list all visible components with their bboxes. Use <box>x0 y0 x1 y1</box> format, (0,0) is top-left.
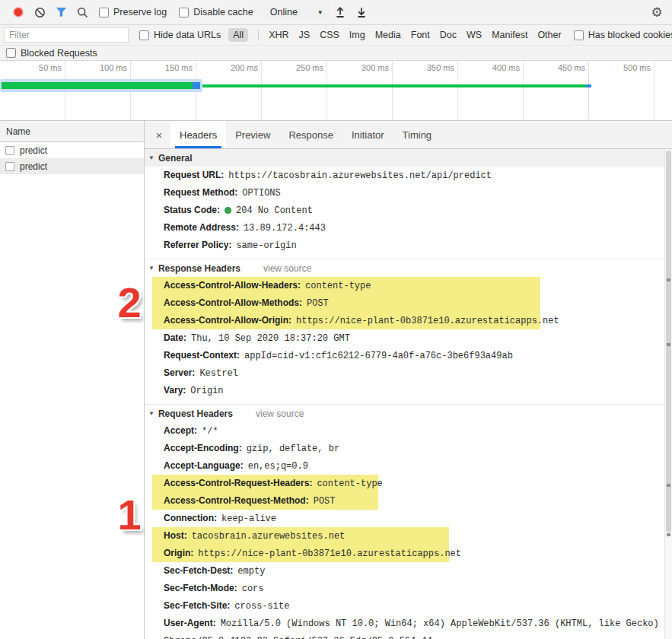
header-value: content-type <box>317 478 382 489</box>
has-blocked-cookies-checkbox[interactable]: Has blocked cookies <box>574 30 672 40</box>
section-header[interactable]: ▼Response Headersview source <box>145 259 664 277</box>
blocked-requests-label: Blocked Requests <box>21 48 97 59</box>
request-row-predict[interactable]: predict <box>0 158 144 174</box>
resource-icon <box>5 162 14 171</box>
timeline-cell: 300 ms <box>327 61 393 120</box>
request-1-waterfall-bar[interactable] <box>2 82 193 89</box>
tab-headers[interactable]: Headers <box>170 121 226 148</box>
throttling-select[interactable]: Online ▼ <box>264 3 330 21</box>
header-row: Remote Address:13.89.172.4:443 <box>145 219 664 237</box>
import-har-button[interactable] <box>330 2 351 22</box>
header-name: Sec-Fetch-Dest: <box>164 565 233 576</box>
preserve-log-checkbox[interactable]: Preserve log <box>99 7 167 17</box>
network-overview[interactable]: 50 ms100 ms150 ms200 ms250 ms300 ms350 m… <box>0 61 672 121</box>
resource-icon <box>5 146 14 155</box>
tab-initiator[interactable]: Initiator <box>342 121 393 148</box>
request-name: predict <box>20 161 47 172</box>
expander-triangle-icon[interactable]: ▼ <box>148 154 154 161</box>
blocked-requests-checkbox[interactable]: Blocked Requests <box>6 48 97 59</box>
checkbox-icon <box>6 48 16 58</box>
filter-type-manifest[interactable]: Manifest <box>492 30 527 40</box>
header-name: Request URL: <box>164 170 224 180</box>
header-value: content-type <box>305 281 371 291</box>
header-row: Accept-Encoding:gzip, deflate, br <box>145 440 664 457</box>
header-name: Accept-Language: <box>164 460 244 471</box>
detail-tabbar: × HeadersPreviewResponseInitiatorTiming <box>145 121 672 149</box>
header-value: empty <box>237 566 265 577</box>
header-name: Server: <box>164 367 195 378</box>
timeline-tick-label: 450 ms <box>558 63 585 72</box>
scrollbar-match-mark <box>667 343 670 346</box>
header-row: Access-Control-Allow-Headers:content-typ… <box>145 277 664 294</box>
tab-timing[interactable]: Timing <box>393 121 441 148</box>
expander-triangle-icon[interactable]: ▼ <box>148 410 154 417</box>
timeline-tick-label: 250 ms <box>296 63 323 72</box>
request-2-waterfall-bar[interactable] <box>202 84 586 87</box>
filter-type-ws[interactable]: WS <box>467 30 482 40</box>
divider <box>258 30 259 40</box>
status-dot-icon <box>225 207 231 214</box>
header-name: Origin: <box>164 548 193 558</box>
section-title: Response Headers <box>158 263 240 274</box>
clear-button[interactable] <box>29 2 50 22</box>
scrollbar-match-mark <box>667 484 670 487</box>
header-value: 13.89.172.4:443 <box>244 223 326 234</box>
header-row: Date:Thu, 10 Sep 2020 18:37:20 GMT <box>145 329 664 347</box>
section-rows: Request URL:https://tacosbrain.azurewebs… <box>145 167 664 254</box>
tab-preview[interactable]: Preview <box>226 121 279 148</box>
header-value: https://nice-plant-0b3871e10.azurestatic… <box>296 316 559 326</box>
section-header[interactable]: ▼Request Headersview source <box>145 405 664 422</box>
header-value: Origin <box>190 386 223 396</box>
filter-type-js[interactable]: JS <box>299 30 311 40</box>
export-har-button[interactable] <box>351 2 372 22</box>
record-button[interactable] <box>8 2 29 22</box>
search-button[interactable] <box>72 2 93 22</box>
checkbox-icon <box>179 8 189 17</box>
name-column-header[interactable]: Name <box>0 121 144 142</box>
filter-toggle-button[interactable] <box>50 2 72 22</box>
filter-type-all[interactable]: All <box>228 28 248 42</box>
scrollbar-match-mark <box>667 278 670 281</box>
tab-response[interactable]: Response <box>279 121 342 148</box>
disable-cache-checkbox[interactable]: Disable cache <box>179 7 253 17</box>
section-header[interactable]: ▼General <box>145 149 664 167</box>
header-row: User-Agent:Mozilla/5.0 (Windows NT 10.0;… <box>145 615 664 639</box>
header-value: */* <box>202 426 218 437</box>
timeline-tick-label: 100 ms <box>100 63 127 72</box>
header-row: Host:tacosbrain.azurewebsites.net <box>145 527 664 545</box>
header-row: Referrer Policy:same-origin <box>145 237 664 254</box>
header-name: Host: <box>164 530 187 541</box>
scrollbar-thumb[interactable] <box>666 151 671 532</box>
expander-triangle-icon[interactable]: ▼ <box>148 265 154 272</box>
header-value: same-origin <box>236 240 296 251</box>
view-source-link[interactable]: view source <box>263 263 311 274</box>
filter-type-media[interactable]: Media <box>375 30 401 40</box>
filter-input[interactable] <box>4 27 129 43</box>
filter-type-img[interactable]: Img <box>349 30 365 40</box>
scrollbar[interactable] <box>664 149 672 639</box>
request-rows: predictpredict <box>0 142 144 174</box>
has-blocked-cookies-label: Has blocked cookies <box>588 30 672 40</box>
filter-type-xhr[interactable]: XHR <box>269 30 288 40</box>
header-value: 204 No Content <box>236 205 313 216</box>
close-icon[interactable]: × <box>148 121 170 148</box>
preserve-log-label: Preserve log <box>113 7 167 17</box>
filter-type-other[interactable]: Other <box>537 30 561 40</box>
download-icon <box>356 6 367 18</box>
header-row: Access-Control-Allow-Origin:https://nice… <box>145 312 664 329</box>
headers-content: ▼GeneralRequest URL:https://tacosbrain.a… <box>145 149 672 639</box>
header-value: OPTIONS <box>242 188 280 199</box>
settings-gear-icon[interactable]: ⚙ <box>646 2 667 22</box>
hide-data-urls-checkbox[interactable]: Hide data URLs <box>139 30 221 40</box>
filter-type-font[interactable]: Font <box>411 30 430 40</box>
chevron-down-icon: ▼ <box>317 9 323 16</box>
header-value: cors <box>242 583 264 594</box>
header-name: Access-Control-Request-Method: <box>164 495 309 506</box>
section-rows: Accept:*/*Accept-Encoding:gzip, deflate,… <box>145 422 664 639</box>
header-value: Mozilla/5.0 (Windows NT 10.0; Win64; x64… <box>164 618 659 639</box>
view-source-link[interactable]: view source <box>256 409 304 419</box>
timeline-tick-label: 200 ms <box>231 63 258 72</box>
filter-type-doc[interactable]: Doc <box>440 30 457 40</box>
request-row-predict[interactable]: predict <box>0 142 144 158</box>
filter-type-css[interactable]: CSS <box>320 30 339 40</box>
